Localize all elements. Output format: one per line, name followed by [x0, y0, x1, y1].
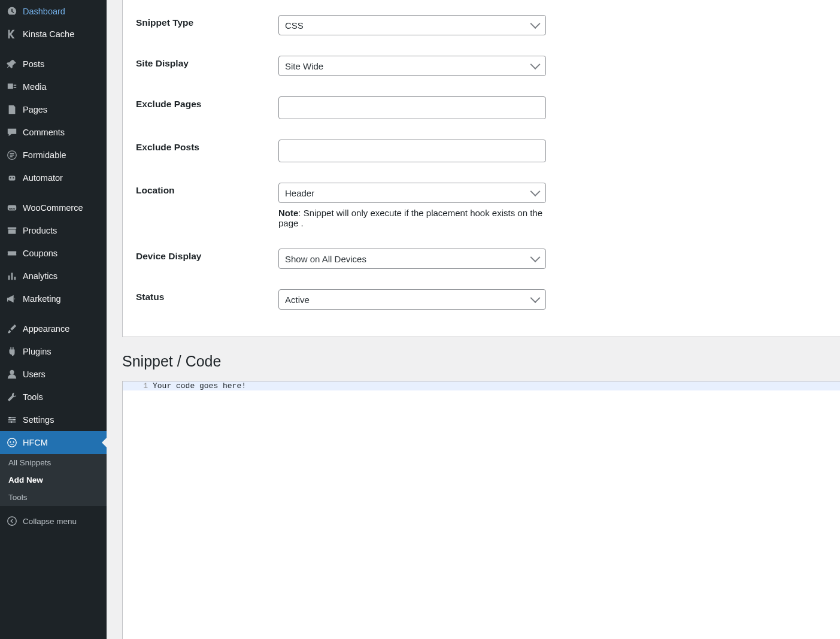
sidebar-item-kinsta-cache[interactable]: Kinsta Cache: [0, 23, 107, 46]
snippet-type-select[interactable]: CSS: [278, 15, 546, 35]
formidable-icon: [6, 149, 18, 161]
sidebar-item-users[interactable]: Users: [0, 363, 107, 386]
comment-icon: [6, 126, 18, 138]
site-display-label: Site Display: [123, 56, 278, 69]
brush-icon: [6, 323, 18, 335]
collapse-icon: [6, 515, 18, 527]
woo-icon: woo: [6, 202, 18, 214]
exclude-posts-label: Exclude Posts: [123, 140, 278, 153]
hfcm-submenu: All Snippets Add New Tools: [0, 454, 107, 506]
exclude-posts-input[interactable]: [278, 140, 546, 162]
chart-icon: [6, 270, 18, 282]
sidebar-item-tools[interactable]: Tools: [0, 386, 107, 408]
sidebar-item-settings[interactable]: Settings: [0, 408, 107, 431]
svg-rect-1: [9, 175, 16, 180]
sidebar-item-label: Automator: [23, 173, 63, 183]
pin-icon: [6, 58, 18, 70]
code-section-title: Snippet / Code: [122, 353, 840, 370]
sidebar-item-label: Coupons: [23, 249, 57, 258]
k-icon: [6, 28, 18, 40]
sidebar-item-posts[interactable]: Posts: [0, 53, 107, 75]
sidebar-item-label: Kinsta Cache: [23, 29, 74, 39]
svg-point-2: [10, 177, 11, 178]
svg-point-10: [8, 438, 16, 447]
code-editor[interactable]: 1 Your code goes here!: [122, 381, 840, 639]
sidebar-item-media[interactable]: Media: [0, 75, 107, 98]
megaphone-icon: [6, 293, 18, 305]
ticket-icon: [6, 247, 18, 259]
sidebar-item-formidable[interactable]: Formidable: [0, 144, 107, 166]
snippet-settings-panel: Snippet Type CSS Site Display Site Wide: [122, 0, 840, 337]
snippet-type-label: Snippet Type: [123, 15, 278, 28]
sidebar-item-dashboard[interactable]: Dashboard: [0, 0, 107, 23]
submenu-add-new[interactable]: Add New: [0, 471, 107, 489]
svg-text:woo: woo: [8, 207, 16, 210]
line-number: 1: [123, 381, 151, 390]
sidebar-item-plugins[interactable]: Plugins: [0, 340, 107, 363]
location-note-prefix: Note: [278, 208, 298, 218]
sidebar-item-label: HFCM: [23, 438, 48, 447]
robot-icon: [6, 172, 18, 184]
page-icon: [6, 104, 18, 116]
submenu-all-snippets[interactable]: All Snippets: [0, 454, 107, 471]
svg-point-12: [13, 441, 14, 443]
svg-point-3: [13, 177, 14, 178]
admin-sidebar: Dashboard Kinsta Cache Posts Media Pages…: [0, 0, 107, 639]
exclude-pages-input[interactable]: [278, 96, 546, 119]
sidebar-item-label: Pages: [23, 105, 47, 114]
user-icon: [6, 368, 18, 380]
sidebar-item-hfcm[interactable]: HFCM: [0, 431, 107, 454]
svg-point-13: [8, 517, 16, 525]
sidebar-item-coupons[interactable]: Coupons: [0, 242, 107, 265]
sidebar-item-label: WooCommerce: [23, 203, 83, 213]
sidebar-item-appearance[interactable]: Appearance: [0, 317, 107, 340]
sidebar-item-pages[interactable]: Pages: [0, 98, 107, 121]
media-icon: [6, 81, 18, 93]
site-display-select[interactable]: Site Wide: [278, 56, 546, 76]
sidebar-item-label: Appearance: [23, 324, 69, 334]
collapse-label: Collapse menu: [23, 517, 77, 526]
sidebar-item-label: Users: [23, 370, 46, 379]
sidebar-item-label: Analytics: [23, 271, 57, 281]
sidebar-item-label: Settings: [23, 415, 54, 425]
exclude-pages-label: Exclude Pages: [123, 96, 278, 110]
svg-point-8: [13, 419, 15, 421]
sidebar-item-label: Posts: [23, 59, 44, 69]
sidebar-item-label: Media: [23, 82, 47, 92]
archive-icon: [6, 225, 18, 237]
location-note: Note: Snippet will only execute if the p…: [278, 208, 546, 228]
sidebar-item-marketing[interactable]: Marketing: [0, 287, 107, 310]
location-note-text: : Snippet will only execute if the place…: [278, 208, 542, 228]
sidebar-item-comments[interactable]: Comments: [0, 121, 107, 144]
location-label: Location: [123, 183, 278, 196]
svg-point-9: [11, 421, 13, 423]
sidebar-item-label: Plugins: [23, 347, 51, 356]
status-select[interactable]: Active: [278, 289, 546, 310]
device-display-select[interactable]: Show on All Devices: [278, 249, 546, 269]
sidebar-item-automator[interactable]: Automator: [0, 166, 107, 189]
sidebar-item-label: Comments: [23, 128, 65, 137]
sidebar-item-label: Dashboard: [23, 7, 65, 16]
sidebar-item-label: Marketing: [23, 294, 61, 304]
sidebar-item-label: Products: [23, 226, 57, 235]
hfcm-icon: [6, 437, 18, 449]
svg-point-7: [9, 417, 11, 419]
sidebar-item-label: Formidable: [23, 150, 66, 160]
sliders-icon: [6, 414, 18, 426]
location-select[interactable]: Header: [278, 183, 546, 203]
submenu-tools[interactable]: Tools: [0, 489, 107, 506]
sidebar-item-woocommerce[interactable]: woo WooCommerce: [0, 196, 107, 219]
main-content: Snippet Type CSS Site Display Site Wide: [107, 0, 840, 639]
code-placeholder: Your code goes here!: [151, 381, 246, 390]
sidebar-item-products[interactable]: Products: [0, 219, 107, 242]
plug-icon: [6, 346, 18, 358]
svg-point-6: [10, 370, 14, 374]
device-display-label: Device Display: [123, 249, 278, 262]
svg-point-11: [10, 441, 11, 443]
wrench-icon: [6, 391, 18, 403]
gauge-icon: [6, 5, 18, 17]
collapse-menu[interactable]: Collapse menu: [0, 510, 107, 532]
sidebar-item-analytics[interactable]: Analytics: [0, 265, 107, 287]
status-label: Status: [123, 289, 278, 302]
sidebar-item-label: Tools: [23, 392, 43, 402]
